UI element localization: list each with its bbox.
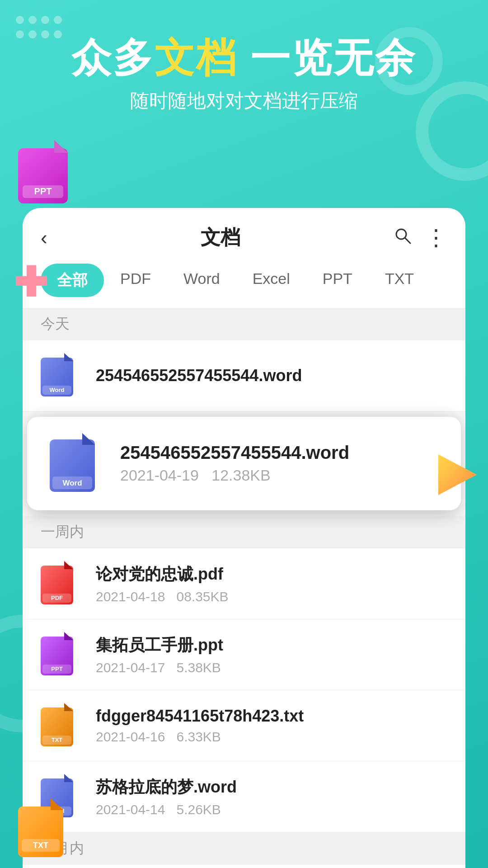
tab-excel[interactable]: Excel [236,264,306,297]
tab-txt[interactable]: TXT [369,264,430,297]
svg-marker-33 [64,774,73,782]
file-name: 254546552557455544.word [96,366,447,385]
deco-plus: ✚ [14,262,47,303]
file-item-pdf[interactable]: PDF 论对党的忠诚.pdf 2021-04-18 08.35KB [23,548,465,619]
svg-line-11 [405,238,410,243]
section-label-week: 一周内 [23,516,465,548]
svg-text:TXT: TXT [33,841,48,850]
svg-text:PPT: PPT [51,665,62,672]
tab-all[interactable]: 全部 [41,264,104,297]
more-icon[interactable]: ⋮ [425,230,447,245]
file-item-today-1[interactable]: Word 254546552557455544.word [23,340,465,411]
file-info-txt: fdgger84541165t78h423.txt 2021-04-16 6.3… [96,707,447,745]
tab-word[interactable]: Word [167,264,236,297]
tab-ppt[interactable]: PPT [306,264,369,297]
section-label-today: 今天 [23,308,465,340]
back-button[interactable]: ‹ [41,228,47,248]
highlighted-file-item[interactable]: Word 254546552557455544.word 2021-04-19 … [27,417,461,510]
svg-marker-5 [438,454,477,495]
file-list-month: TXT 莫愁前路无知己.word [23,865,465,868]
pdf-icon-wrap: PDF [41,561,81,606]
highlighted-file-name: 254546552557455544.word [120,443,438,463]
ppt-file-name: 集拓员工手册.ppt [96,634,447,656]
txt-icon-wrap: TXT [41,703,81,748]
deco-play [434,452,479,497]
file-info-ppt: 集拓员工手册.ppt 2021-04-17 5.38KB [96,634,447,675]
word2-file-name: 苏格拉底的梦.word [96,776,447,798]
nav-icons: ⋮ [394,227,447,248]
hero-title-part1: 众多 [71,35,155,80]
highlighted-file-meta: 2021-04-19 12.38KB [120,467,438,484]
word2-file-meta: 2021-04-14 5.26KB [96,802,447,817]
card-nav: ‹ 文档 ⋮ [41,224,447,251]
hero-title: 众多文档 一览无余 [18,36,470,80]
section-label-month: 一月内 [23,832,465,865]
float-ppt-icon: PPT [18,140,72,205]
file-list-today: Word 254546552557455544.word [23,340,465,411]
tab-pdf[interactable]: PDF [104,264,167,297]
file-info: 254546552557455544.word [96,366,447,385]
hero-title-part2: 一览无余 [238,35,417,80]
pdf-file-name: 论对党的忠诚.pdf [96,563,447,585]
card-header: ‹ 文档 ⋮ 全部 PDF Word Excel PPT TXT [23,208,465,308]
file-item-word2[interactable]: Word 苏格拉底的梦.word 2021-04-14 5.26KB [23,761,465,832]
highlighted-file-card[interactable]: Word 254546552557455544.word 2021-04-19 … [32,417,456,510]
txt-file-meta: 2021-04-16 6.33KB [96,729,447,745]
word-icon-wrap-lg: Word [50,433,104,494]
svg-marker-21 [64,561,73,569]
svg-text:TXT: TXT [52,736,63,743]
svg-marker-25 [64,632,73,640]
svg-text:Word: Word [50,387,65,393]
float-txt-icon: TXT [18,798,68,859]
hero-section: 众多文档 一览无余 随时随地对对文档进行压缩 [0,36,488,113]
file-info-pdf: 论对党的忠诚.pdf 2021-04-18 08.35KB [96,563,447,604]
file-list-week: PDF 论对党的忠诚.pdf 2021-04-18 08.35KB [23,548,465,832]
ppt-file-meta: 2021-04-17 5.38KB [96,660,447,675]
txt-file-name: fdgger84541165t78h423.txt [96,707,447,726]
file-item-month-1[interactable]: TXT 莫愁前路无知己.word [23,865,465,868]
main-card: ‹ 文档 ⋮ 全部 PDF Word Excel PPT TXT 今天 [23,208,465,868]
file-info-word2: 苏格拉底的梦.word 2021-04-14 5.26KB [96,776,447,817]
file-item-txt[interactable]: TXT fdgger84541165t78h423.txt 2021-04-16… [23,690,465,761]
highlighted-file-info: 254546552557455544.word 2021-04-19 12.38… [120,443,438,484]
filter-tabs: 全部 PDF Word Excel PPT TXT [41,264,447,308]
svg-text:Word: Word [62,479,82,487]
word-icon-wrap: Word [41,353,81,398]
nav-title: 文档 [201,224,240,251]
svg-text:PPT: PPT [34,186,52,196]
file-item-ppt[interactable]: PPT 集拓员工手册.ppt 2021-04-17 5.38KB [23,619,465,690]
pdf-file-meta: 2021-04-18 08.35KB [96,589,447,604]
svg-text:PDF: PDF [51,594,63,601]
ppt-icon-wrap: PPT [41,632,81,677]
hero-subtitle: 随时随地对对文档进行压缩 [18,88,470,113]
svg-marker-29 [64,703,73,711]
search-icon[interactable] [394,227,411,248]
hero-title-highlight: 文档 [155,35,238,80]
